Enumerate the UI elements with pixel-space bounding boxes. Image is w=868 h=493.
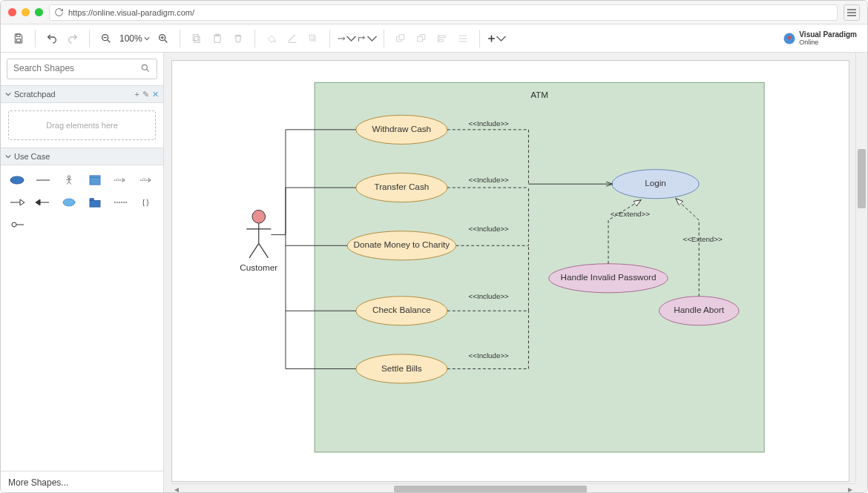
shape-constraint[interactable]: { }	[136, 193, 157, 211]
connector-orthogonal-button[interactable]	[357, 28, 378, 49]
usecase-abort[interactable]: Handle Abort	[659, 297, 739, 325]
svg-rect-10	[193, 34, 198, 40]
svg-rect-40	[90, 176, 100, 185]
copy-button[interactable]	[186, 28, 207, 49]
system-name: ATM	[530, 90, 548, 99]
delete-button[interactable]	[228, 28, 249, 49]
usecase-check[interactable]: Check Balance	[356, 297, 447, 325]
scratchpad-close-icon[interactable]: ✕	[152, 90, 159, 99]
chevron-down-icon	[5, 153, 11, 159]
fill-button[interactable]	[261, 28, 282, 49]
shape-include[interactable]: «I»	[110, 171, 131, 189]
connector-straight-button[interactable]	[336, 28, 357, 49]
front-button[interactable]	[390, 28, 411, 49]
canvas[interactable]: ATM Customer Withdraw Cash Transfer Cash…	[164, 53, 867, 493]
minimize-window-icon[interactable]	[22, 8, 30, 16]
svg-text:Transfer Cash: Transfer Cash	[374, 182, 429, 191]
svg-line-32	[147, 70, 149, 72]
usecase-settle[interactable]: Settle Bills	[356, 354, 447, 383]
svg-text:Check Balance: Check Balance	[372, 305, 431, 314]
zoom-out-button[interactable]	[96, 28, 116, 49]
browser-bar: https://online.visual-paradigm.com/	[1, 1, 867, 24]
shape-association[interactable]	[33, 171, 54, 189]
app-logo[interactable]: Visual Paradigm Online	[783, 31, 863, 46]
zoom-in-button[interactable]	[153, 28, 174, 49]
include-label-1: <<Include>>	[469, 119, 510, 128]
paste-button[interactable]	[207, 28, 228, 49]
shape-package[interactable]	[85, 193, 106, 211]
scroll-right-icon[interactable]: ▸	[845, 484, 855, 493]
usecase-header[interactable]: Use Case	[1, 148, 163, 165]
usecase-login[interactable]: Login	[612, 170, 699, 199]
search-shapes[interactable]	[7, 59, 157, 79]
shape-extend[interactable]: «E»	[136, 171, 157, 189]
distribute-button[interactable]	[453, 28, 473, 49]
svg-text:{ }: { }	[142, 199, 149, 206]
shape-realization[interactable]	[33, 193, 54, 211]
svg-rect-50	[90, 199, 93, 201]
actor-label: Customer	[240, 262, 277, 272]
usecase-title: Use Case	[14, 152, 50, 161]
save-button[interactable]	[8, 28, 29, 49]
shape-actor[interactable]	[59, 171, 80, 189]
shadow-button[interactable]	[303, 28, 323, 49]
shape-interface[interactable]	[7, 216, 28, 234]
svg-line-38	[67, 182, 69, 185]
zoom-level[interactable]: 100%	[116, 33, 153, 44]
search-input[interactable]	[13, 63, 140, 73]
shape-dependency[interactable]	[110, 193, 131, 211]
logo-line2: Online	[799, 39, 818, 46]
svg-point-13	[274, 40, 276, 42]
svg-line-39	[69, 182, 71, 185]
reload-icon	[54, 7, 64, 17]
vertical-scrollbar[interactable]	[855, 53, 867, 482]
extend-label-2: <<Extend>>	[683, 235, 723, 243]
chevron-down-icon	[5, 91, 11, 97]
include-label-4: <<Include>>	[469, 292, 510, 300]
svg-point-48	[63, 199, 75, 206]
search-icon	[140, 63, 151, 73]
usecase-withdraw[interactable]: Withdraw Cash	[356, 115, 447, 144]
shape-collaboration[interactable]	[59, 193, 80, 211]
chevron-down-icon	[144, 36, 150, 42]
usecase-transfer[interactable]: Transfer Cash	[356, 173, 447, 202]
back-button[interactable]	[411, 28, 432, 49]
scratchpad-title: Scratchpad	[14, 90, 56, 99]
sidebar: Scratchpad + ✎ ✕ Drag elements here Use …	[1, 53, 164, 493]
horizontal-scrollbar[interactable]: ◂ ▸	[171, 483, 855, 493]
align-button[interactable]	[432, 28, 453, 49]
usecase-invalid-password[interactable]: Handle Invalid Password	[549, 264, 668, 293]
svg-rect-23	[439, 36, 445, 38]
maximize-window-icon[interactable]	[35, 8, 43, 16]
browser-menu-button[interactable]	[844, 4, 860, 21]
svg-rect-1	[16, 39, 20, 42]
svg-point-55	[252, 210, 266, 223]
scratchpad-header[interactable]: Scratchpad + ✎ ✕	[1, 85, 163, 103]
scroll-left-icon[interactable]: ◂	[171, 484, 182, 493]
svg-text:Withdraw Cash: Withdraw Cash	[372, 124, 431, 133]
logo-line1: Visual Paradigm	[799, 31, 857, 39]
scratchpad-add-icon[interactable]: +	[135, 90, 139, 99]
scratchpad-edit-icon[interactable]: ✎	[142, 90, 149, 99]
svg-text:Donate Money to Charity: Donate Money to Charity	[354, 239, 450, 249]
scratchpad-dropzone[interactable]: Drag elements here	[8, 110, 156, 140]
drop-hint: Drag elements here	[46, 121, 118, 130]
svg-rect-49	[90, 200, 100, 207]
more-shapes-label: More Shapes...	[8, 477, 68, 488]
add-button[interactable]	[486, 28, 507, 49]
stroke-button[interactable]	[282, 28, 303, 49]
shape-generalization[interactable]	[7, 193, 28, 211]
address-bar[interactable]: https://online.visual-paradigm.com/	[49, 4, 838, 21]
redo-button[interactable]	[62, 28, 83, 49]
usecase-donate[interactable]: Donate Money to Charity	[347, 231, 456, 260]
more-shapes-button[interactable]: More Shapes...	[1, 471, 163, 493]
vp-logo-icon	[783, 32, 796, 45]
app-toolbar: 100% Visual Paradigm Online	[1, 24, 867, 53]
shape-usecase-ellipse[interactable]	[7, 171, 28, 189]
url-text: https://online.visual-paradigm.com/	[68, 8, 194, 17]
actor-customer[interactable]: Customer	[240, 210, 277, 271]
shape-system[interactable]	[85, 171, 106, 189]
undo-button[interactable]	[42, 28, 62, 49]
close-window-icon[interactable]	[8, 8, 16, 16]
extend-label-1: <<Extend>>	[611, 210, 651, 218]
